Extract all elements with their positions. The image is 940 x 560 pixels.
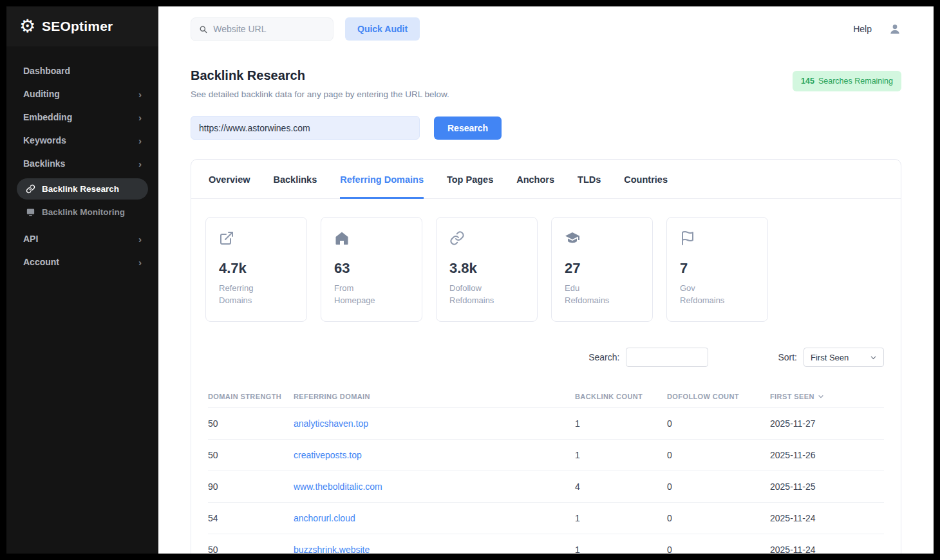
external-link-icon — [219, 230, 294, 247]
tab-referring-domains[interactable]: Referring Domains — [340, 160, 424, 199]
page-subtitle: See detailed backlink data for any page … — [191, 89, 449, 99]
quick-audit-button[interactable]: Quick Audit — [345, 17, 420, 41]
chevron-right-icon: › — [138, 234, 142, 244]
col-domain-strength[interactable]: DOMAIN STRENGTH — [208, 393, 294, 400]
sidebar: ⚙ SEOptimer Dashboard Auditing › Embeddi… — [6, 6, 158, 554]
sort-select-value: First Seen — [811, 353, 849, 362]
stat-dofollow-refdomains: 3.8k Dofollow Refdomains — [436, 217, 538, 322]
referring-domain-link[interactable]: buzzshrink.website — [294, 545, 575, 554]
tab-top-pages[interactable]: Top Pages — [447, 160, 493, 199]
first-seen: 2025-11-25 — [770, 481, 884, 492]
searches-remaining-label: Searches Remaining — [818, 77, 893, 86]
url-row: Research — [191, 116, 901, 140]
sort-descending-icon — [818, 393, 824, 400]
dofollow-count: 0 — [667, 545, 770, 554]
table-row: 50 creativeposts.top 1 0 2025-11-26 — [208, 440, 884, 471]
sidebar-nav: Dashboard Auditing › Embedding › Keyword… — [6, 46, 158, 286]
topbar-right: Help — [853, 23, 901, 35]
main-area: Quick Audit Help Backlink Research See d… — [158, 6, 934, 554]
stat-edu-refdomains: 27 Edu Refdomains — [551, 217, 653, 322]
sidebar-item-dashboard[interactable]: Dashboard — [15, 59, 149, 82]
domain-strength: 54 — [208, 513, 294, 523]
chevron-right-icon: › — [138, 89, 142, 99]
dofollow-count: 0 — [667, 481, 770, 492]
help-link[interactable]: Help — [853, 24, 872, 34]
app-logo: ⚙ SEOptimer — [6, 6, 158, 46]
stat-value: 4.7k — [219, 260, 294, 277]
referring-domain-link[interactable]: anchorurl.cloud — [294, 513, 575, 523]
sidebar-item-account[interactable]: Account › — [15, 250, 149, 274]
tab-anchors[interactable]: Anchors — [516, 160, 554, 199]
app-frame: ⚙ SEOptimer Dashboard Auditing › Embeddi… — [0, 0, 940, 560]
chevron-right-icon: › — [138, 113, 142, 122]
home-icon — [334, 230, 409, 247]
tab-countries[interactable]: Countries — [624, 160, 668, 199]
domain-strength: 50 — [208, 418, 294, 429]
sidebar-item-backlinks[interactable]: Backlinks › — [15, 152, 149, 175]
domain-strength: 50 — [208, 450, 294, 460]
sidebar-item-backlink-monitoring[interactable]: Backlink Monitoring — [17, 201, 148, 223]
first-seen: 2025-11-27 — [770, 418, 884, 429]
domain-strength: 50 — [208, 545, 294, 554]
results-card: Overview Backlinks Referring Domains Top… — [191, 159, 901, 554]
col-backlink-count[interactable]: BACKLINK COUNT — [575, 393, 667, 400]
stat-value: 63 — [334, 260, 409, 277]
tab-tlds[interactable]: TLDs — [578, 160, 601, 199]
app-name: SEOptimer — [42, 19, 113, 34]
table-row: 90 www.thebolditalic.com 4 0 2025-11-25 — [208, 471, 884, 503]
stat-label: Gov Refdomains — [680, 283, 742, 307]
stat-label: Edu Refdomains — [565, 283, 626, 307]
sort-select[interactable]: First Seen — [804, 348, 884, 367]
monitor-icon — [26, 207, 35, 217]
sort-label: Sort: — [778, 352, 797, 362]
page-title: Backlink Research — [191, 68, 449, 83]
stat-value: 7 — [680, 260, 755, 277]
stat-value: 27 — [565, 260, 639, 277]
graduation-cap-icon — [565, 230, 639, 247]
backlink-count: 1 — [575, 545, 667, 554]
col-dofollow-count[interactable]: DOFOLLOW COUNT — [667, 393, 770, 400]
sidebar-item-embedding[interactable]: Embedding › — [15, 106, 149, 129]
tab-backlinks[interactable]: Backlinks — [274, 160, 317, 199]
page-head: Backlink Research See detailed backlink … — [191, 68, 901, 99]
searches-remaining-badge: 145 Searches Remaining — [793, 71, 901, 91]
domain-strength: 90 — [208, 481, 294, 492]
stat-cards: 4.7k Referring Domains 63 From Homepage — [191, 199, 901, 322]
gear-logo-icon: ⚙ — [19, 17, 35, 35]
topbar: Quick Audit Help — [158, 6, 934, 51]
searches-remaining-count: 145 — [801, 77, 814, 86]
chevron-right-icon: › — [138, 257, 142, 267]
table-controls: Search: Sort: First Seen — [191, 348, 901, 367]
referring-domains-table: DOMAIN STRENGTH REFERRING DOMAIN BACKLIN… — [191, 385, 901, 554]
sidebar-item-api[interactable]: API › — [15, 227, 149, 250]
sidebar-item-auditing[interactable]: Auditing › — [15, 82, 149, 106]
search-label: Search: — [588, 352, 619, 362]
table-search-input[interactable] — [626, 348, 708, 367]
research-button[interactable]: Research — [434, 117, 502, 140]
sidebar-item-backlink-research[interactable]: Backlink Research — [17, 178, 148, 200]
link-icon — [449, 230, 524, 247]
tab-overview[interactable]: Overview — [209, 160, 250, 199]
referring-domain-link[interactable]: analyticshaven.top — [294, 418, 575, 429]
referring-domain-link[interactable]: creativeposts.top — [294, 450, 575, 460]
backlink-count: 1 — [575, 450, 667, 460]
referring-domain-link[interactable]: www.thebolditalic.com — [294, 481, 575, 492]
search-group: Search: — [588, 348, 708, 367]
link-icon — [26, 184, 35, 194]
stat-value: 3.8k — [449, 260, 524, 277]
first-seen: 2025-11-24 — [770, 513, 884, 523]
table-row: 50 analyticshaven.top 1 0 2025-11-27 — [208, 408, 884, 440]
tabs: Overview Backlinks Referring Domains Top… — [191, 160, 901, 199]
website-url-input[interactable] — [213, 24, 325, 34]
table-row: 54 anchorurl.cloud 1 0 2025-11-24 — [208, 503, 884, 534]
stat-from-homepage: 63 From Homepage — [321, 217, 422, 322]
user-avatar-icon[interactable] — [888, 23, 901, 35]
website-url-searchbox — [191, 17, 334, 41]
chevron-down-icon — [870, 354, 877, 361]
chevron-right-icon: › — [138, 136, 142, 145]
col-first-seen[interactable]: FIRST SEEN — [770, 393, 884, 400]
content: Backlink Research See detailed backlink … — [158, 51, 934, 554]
research-url-input[interactable] — [191, 116, 420, 140]
sidebar-item-keywords[interactable]: Keywords › — [15, 129, 149, 152]
col-referring-domain[interactable]: REFERRING DOMAIN — [294, 393, 575, 400]
